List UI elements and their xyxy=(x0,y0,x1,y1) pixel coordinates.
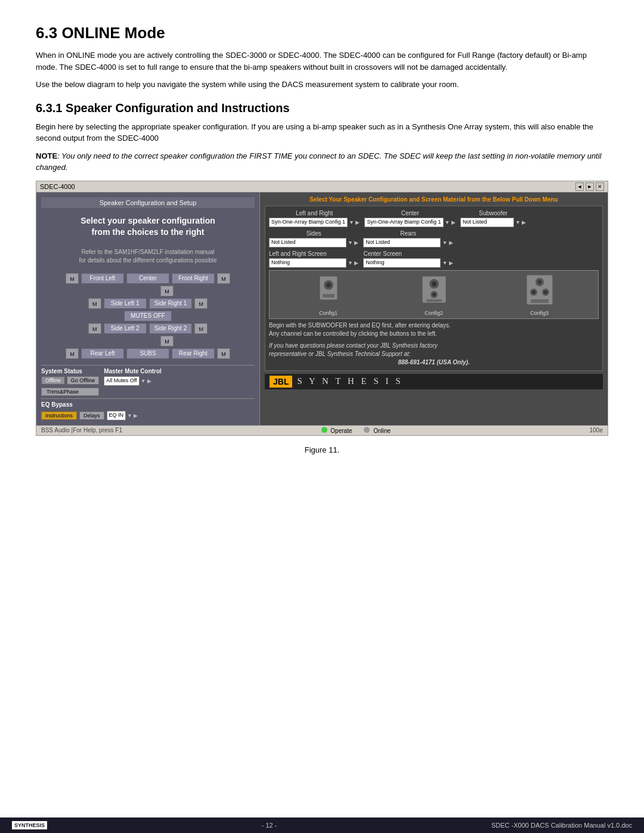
nav-back-button[interactable]: ◄ xyxy=(575,182,584,191)
left-screen-arrow[interactable]: ▼ ▶ xyxy=(348,260,358,266)
system-status-label: System Status xyxy=(41,368,99,374)
m-button-subs[interactable]: M xyxy=(160,336,174,346)
all-mutes-value: All Mutes Off xyxy=(104,376,139,386)
svg-rect-17 xyxy=(531,299,549,303)
config1-label: Config1 xyxy=(319,310,338,316)
center-dropdown[interactable]: Syn-One-Array Biamp Config 1 ▼ ▶ xyxy=(364,218,455,227)
nav-forward-button[interactable]: ► xyxy=(586,182,594,191)
system-status-row: System Status Offline Go Offline Trims&P… xyxy=(41,368,255,396)
config3-icon xyxy=(525,273,555,309)
delays-button[interactable]: Delays xyxy=(79,411,104,420)
m-button-rear-left[interactable]: M xyxy=(66,348,79,359)
sides-dropdown[interactable]: Not Listed ▼ ▶ xyxy=(269,238,358,247)
all-mutes-arrow[interactable]: ▼ ▶ xyxy=(141,378,151,384)
subsection-title: 6.3.1 Speaker Configuration and Instruct… xyxy=(36,101,608,115)
footer-logo: SYNTHESIS xyxy=(12,821,47,829)
rears-dropdown[interactable]: Not Listed ▼ ▶ xyxy=(363,238,453,247)
system-status-group: System Status Offline Go Offline Trims&P… xyxy=(41,368,99,396)
svg-point-6 xyxy=(432,281,436,286)
status-row-inner: Offline Go Offline xyxy=(41,376,99,385)
m-button-rear-right[interactable]: M xyxy=(217,348,230,359)
center-screen-dropdown[interactable]: Nothing ▼ ▶ xyxy=(363,258,453,268)
svg-point-8 xyxy=(432,293,436,296)
config1-item[interactable]: Config1 xyxy=(314,273,343,316)
sides-arrow[interactable]: ▼ ▶ xyxy=(348,240,358,246)
rears-arrow[interactable]: ▼ ▶ xyxy=(442,240,453,246)
m-button-side-right-2[interactable]: M xyxy=(194,323,208,334)
side-right-1-button[interactable]: Side Right 1 xyxy=(149,298,192,309)
front-right-button[interactable]: Front Right xyxy=(172,273,215,284)
all-mutes-dropdown[interactable]: All Mutes Off ▼ ▶ xyxy=(104,376,162,386)
left-right-select[interactable]: Syn-One-Array Biamp Config 1 xyxy=(269,218,348,227)
online-label: Online xyxy=(373,428,391,434)
svg-rect-3 xyxy=(323,294,335,298)
sdec-title: SDEC-4000 xyxy=(40,183,75,190)
bottom-text-1: Begin with the SUBWOOFER test and EQ fir… xyxy=(269,321,599,338)
center-screen-select[interactable]: Nothing xyxy=(363,258,441,268)
sides-select[interactable]: Not Listed xyxy=(269,238,346,247)
m-button-front-right[interactable]: M xyxy=(217,273,230,284)
sides-col: Sides Not Listed ▼ ▶ xyxy=(269,230,358,247)
subwoofer-select[interactable]: Not Listed xyxy=(460,218,514,227)
m-button-side-left-1[interactable]: M xyxy=(88,298,101,309)
center-button[interactable]: Center xyxy=(126,273,169,284)
center-arrow[interactable]: ▼ ▶ xyxy=(445,219,456,225)
left-panel: Speaker Configuration and Setup Select y… xyxy=(36,193,260,425)
instructions-button[interactable]: Instructions xyxy=(41,411,77,420)
left-right-arrow[interactable]: ▼ ▶ xyxy=(349,219,360,225)
svg-rect-9 xyxy=(426,299,442,302)
m-button-side-left-2[interactable]: M xyxy=(88,323,101,334)
table-row: M Rear Left SUBS Rear Right M xyxy=(41,348,255,359)
center-screen-arrow[interactable]: ▼ ▶ xyxy=(442,260,453,266)
config2-label: Config2 xyxy=(425,310,443,316)
intro-paragraph-2: Use the below diagram to help you naviga… xyxy=(36,79,608,91)
svg-point-12 xyxy=(538,280,541,284)
eq-in-dropdown[interactable]: EQ IN ▼ ▶ xyxy=(107,411,138,420)
rears-select[interactable]: Not Listed xyxy=(363,238,441,247)
status-left-text: BSS Audio |For Help, press F1 xyxy=(41,427,122,433)
front-left-button[interactable]: Front Left xyxy=(81,273,124,284)
footer-doc-name: SDEC -X000 DACS Calibration Manual v1.0.… xyxy=(491,822,632,829)
close-button[interactable]: ✕ xyxy=(596,182,604,191)
subwoofer-dropdown[interactable]: Not Listed ▼ ▶ xyxy=(460,218,526,227)
subwoofer-arrow[interactable]: ▼ ▶ xyxy=(515,219,526,225)
left-right-col: Left and Right Syn-One-Array Biamp Confi… xyxy=(269,210,360,227)
select-speaker-text: Select your speaker configuration from t… xyxy=(41,212,255,242)
table-row: M Front Left Center Front Right M xyxy=(41,273,255,284)
side-left-1-button[interactable]: Side Left 1 xyxy=(104,298,147,309)
subs-button[interactable]: SUBS xyxy=(126,348,169,359)
eq-bypass-label: EQ Bypass xyxy=(41,401,255,408)
master-mute-label: Master Mute Control xyxy=(104,368,162,374)
config2-item[interactable]: Config2 xyxy=(419,273,449,316)
rears-label: Rears xyxy=(363,230,453,237)
m-button-side-right-1[interactable]: M xyxy=(194,298,208,309)
center-screen-col: Center Screen Nothing ▼ ▶ xyxy=(363,250,453,268)
m-button-front-left[interactable]: M xyxy=(66,273,79,284)
left-screen-select[interactable]: Nothing xyxy=(269,258,346,268)
m-button-center[interactable]: M xyxy=(160,286,174,296)
side-left-2-button[interactable]: Side Left 2 xyxy=(104,323,147,334)
eq-in-arrow[interactable]: ▼ ▶ xyxy=(127,413,138,419)
subwoofer-label: Subwoofer xyxy=(460,210,526,216)
left-screen-dropdown[interactable]: Nothing ▼ ▶ xyxy=(269,258,358,268)
config3-item[interactable]: Config3 xyxy=(525,273,555,316)
left-right-dropdown[interactable]: Syn-One-Array Biamp Config 1 ▼ ▶ xyxy=(269,218,360,227)
trims-phase-button[interactable]: Trims&Phase xyxy=(41,388,99,396)
go-offline-button[interactable]: Go Offline xyxy=(67,376,99,385)
rear-right-button[interactable]: Rear Right xyxy=(172,348,215,359)
rear-left-button[interactable]: Rear Left xyxy=(81,348,124,359)
intro-paragraph-1: When in ONLINE mode you are actively con… xyxy=(36,49,608,73)
online-indicator xyxy=(364,427,370,433)
mutes-off-button[interactable]: MUTES OFF xyxy=(124,311,172,321)
rears-col: Rears Not Listed ▼ ▶ xyxy=(363,230,453,247)
section-title: 6.3 ONLINE Mode xyxy=(36,24,608,42)
center-select[interactable]: Syn-One-Array Biamp Config 1 xyxy=(364,218,443,227)
speaker-grid: M Front Left Center Front Right M M M Si… xyxy=(41,273,255,359)
sides-rears-row: Sides Not Listed ▼ ▶ Rears Not Listed ▼ … xyxy=(269,230,599,247)
operate-label: Operate xyxy=(330,428,352,434)
side-right-2-button[interactable]: Side Right 2 xyxy=(149,323,192,334)
svg-point-16 xyxy=(544,290,547,294)
config-row-1: Left and Right Syn-One-Array Biamp Confi… xyxy=(269,210,599,227)
left-right-screen-col: Left and Right Screen Nothing ▼ ▶ xyxy=(269,250,358,268)
table-row: M Side Left 1 Side Right 1 M xyxy=(41,298,255,309)
